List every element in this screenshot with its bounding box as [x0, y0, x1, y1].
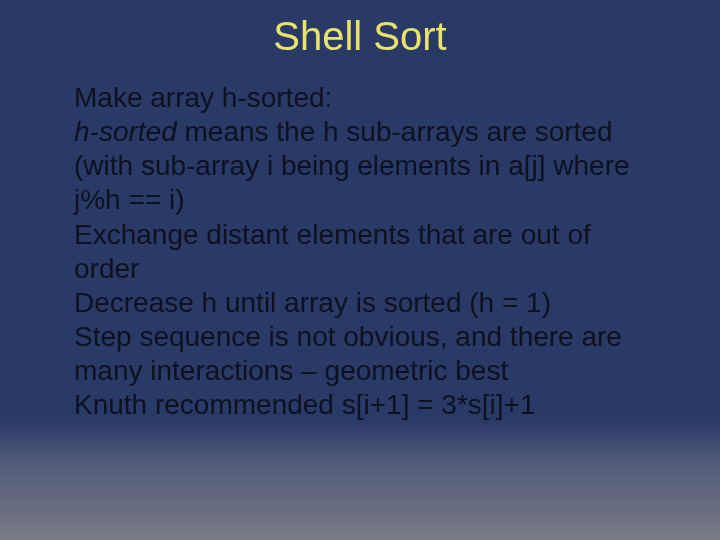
- slide-body: Make array h-sorted: h-sorted means the …: [0, 81, 720, 423]
- body-line-2: h-sorted means the h sub-arrays are sort…: [74, 115, 646, 217]
- italic-term: h-sorted: [74, 116, 177, 147]
- body-line-5: Step sequence is not obvious, and there …: [74, 320, 646, 388]
- body-line-1: Make array h-sorted:: [74, 81, 646, 115]
- body-line-4: Decrease h until array is sorted (h = 1): [74, 286, 646, 320]
- body-line-6: Knuth recommended s[i+1] = 3*s[i]+1: [74, 388, 646, 422]
- slide-title: Shell Sort: [0, 0, 720, 81]
- slide: Shell Sort Make array h-sorted: h-sorted…: [0, 0, 720, 540]
- body-line-3: Exchange distant elements that are out o…: [74, 218, 646, 286]
